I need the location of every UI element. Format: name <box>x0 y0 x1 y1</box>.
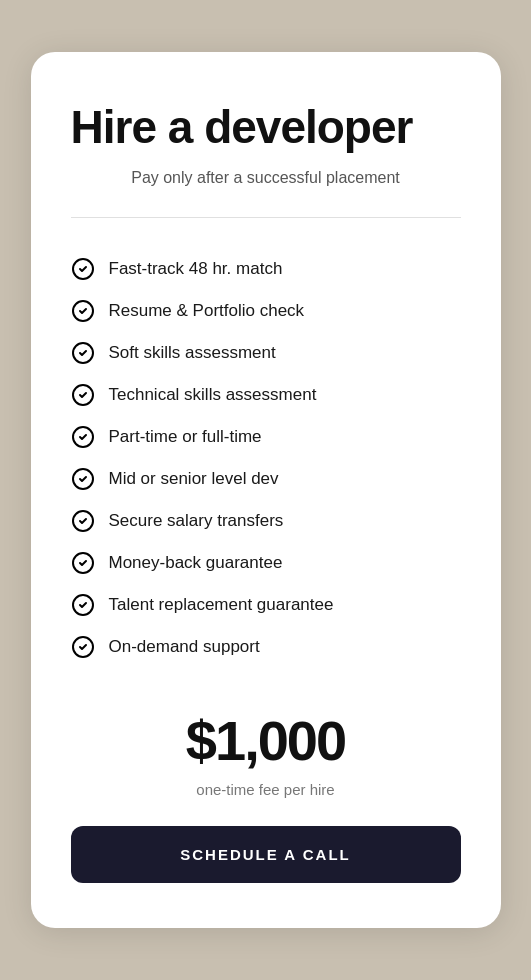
feature-label: Fast-track 48 hr. match <box>109 259 283 279</box>
list-item: Resume & Portfolio check <box>71 290 461 332</box>
check-circle-icon <box>71 257 95 281</box>
price-value: $1,000 <box>71 708 461 773</box>
list-item: Money-back guarantee <box>71 542 461 584</box>
list-item: Mid or senior level dev <box>71 458 461 500</box>
features-list: Fast-track 48 hr. match Resume & Portfol… <box>71 248 461 668</box>
list-item: On-demand support <box>71 626 461 668</box>
check-circle-icon <box>71 635 95 659</box>
feature-label: On-demand support <box>109 637 260 657</box>
list-item: Secure salary transfers <box>71 500 461 542</box>
price-description: one-time fee per hire <box>71 781 461 798</box>
check-circle-icon <box>71 467 95 491</box>
list-item: Technical skills assessment <box>71 374 461 416</box>
page-subtitle: Pay only after a successful placement <box>71 169 461 187</box>
feature-label: Mid or senior level dev <box>109 469 279 489</box>
list-item: Soft skills assessment <box>71 332 461 374</box>
check-circle-icon <box>71 425 95 449</box>
check-circle-icon <box>71 593 95 617</box>
page-title: Hire a developer <box>71 102 461 153</box>
check-circle-icon <box>71 341 95 365</box>
list-item: Part-time or full-time <box>71 416 461 458</box>
divider <box>71 217 461 218</box>
feature-label: Soft skills assessment <box>109 343 276 363</box>
feature-label: Talent replacement guarantee <box>109 595 334 615</box>
feature-label: Secure salary transfers <box>109 511 284 531</box>
pricing-card: Hire a developer Pay only after a succes… <box>31 52 501 928</box>
schedule-call-button[interactable]: SCHEDULE A CALL <box>71 826 461 883</box>
price-section: $1,000 <box>71 708 461 773</box>
feature-label: Technical skills assessment <box>109 385 317 405</box>
feature-label: Part-time or full-time <box>109 427 262 447</box>
check-circle-icon <box>71 509 95 533</box>
list-item: Talent replacement guarantee <box>71 584 461 626</box>
feature-label: Money-back guarantee <box>109 553 283 573</box>
check-circle-icon <box>71 299 95 323</box>
list-item: Fast-track 48 hr. match <box>71 248 461 290</box>
feature-label: Resume & Portfolio check <box>109 301 305 321</box>
check-circle-icon <box>71 383 95 407</box>
check-circle-icon <box>71 551 95 575</box>
